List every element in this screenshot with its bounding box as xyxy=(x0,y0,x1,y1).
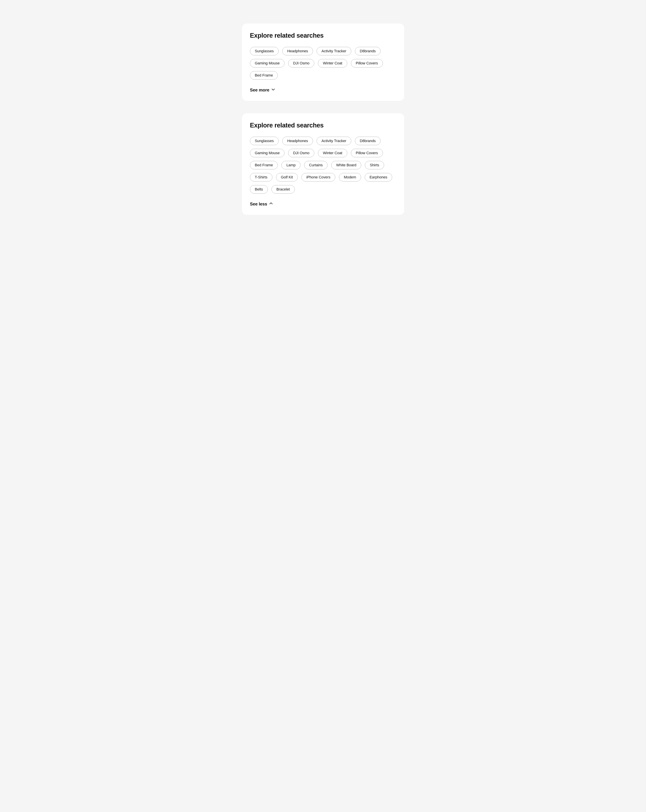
related-searches-card-collapsed: Explore related searches SunglassesHeadp… xyxy=(242,24,404,101)
search-chip[interactable]: D8brands xyxy=(355,47,381,55)
toggle-label: See less xyxy=(250,201,267,207)
card-title: Explore related searches xyxy=(250,32,396,39)
search-chip[interactable]: Sunglasses xyxy=(250,137,279,145)
search-chip[interactable]: Modem xyxy=(339,173,361,182)
search-chip[interactable]: DJI Osmo xyxy=(288,149,314,157)
search-chip[interactable]: Gaming Mouse xyxy=(250,149,285,157)
search-chip[interactable]: iPhone Covers xyxy=(302,173,335,182)
search-chip[interactable]: Earphones xyxy=(365,173,392,182)
search-chip[interactable]: D8brands xyxy=(355,137,381,145)
chip-group: SunglassesHeadphonesActivity TrackerD8br… xyxy=(250,137,396,194)
search-chip[interactable]: Winter Coat xyxy=(318,149,347,157)
search-chip[interactable]: Bracelet xyxy=(271,185,295,194)
search-chip[interactable]: Shirts xyxy=(365,161,384,169)
search-chip[interactable]: Curtains xyxy=(304,161,328,169)
search-chip[interactable]: Bed Frame xyxy=(250,161,278,169)
chip-group: SunglassesHeadphonesActivity TrackerD8br… xyxy=(250,47,396,79)
search-chip[interactable]: Activity Tracker xyxy=(317,47,351,55)
search-chip[interactable]: Bed Frame xyxy=(250,71,278,79)
search-chip[interactable]: Headphones xyxy=(282,47,313,55)
search-chip[interactable]: DJI Osmo xyxy=(288,59,314,67)
see-more-button[interactable]: See more xyxy=(250,87,276,93)
search-chip[interactable]: Sunglasses xyxy=(250,47,279,55)
search-chip[interactable]: Winter Coat xyxy=(318,59,347,67)
chevron-up-icon xyxy=(269,201,273,207)
search-chip[interactable]: Activity Tracker xyxy=(317,137,351,145)
search-chip[interactable]: Pillow Covers xyxy=(351,59,383,67)
search-chip[interactable]: White Board xyxy=(331,161,361,169)
search-chip[interactable]: Pillow Covers xyxy=(351,149,383,157)
related-searches-card-expanded: Explore related searches SunglassesHeadp… xyxy=(242,113,404,215)
search-chip[interactable]: Headphones xyxy=(282,137,313,145)
chevron-down-icon xyxy=(271,87,276,93)
search-chip[interactable]: Belts xyxy=(250,185,268,194)
search-chip[interactable]: Golf Kit xyxy=(276,173,298,182)
card-title: Explore related searches xyxy=(250,122,396,129)
search-chip[interactable]: T-Shirts xyxy=(250,173,272,182)
toggle-label: See more xyxy=(250,87,269,93)
search-chip[interactable]: Lamp xyxy=(282,161,300,169)
search-chip[interactable]: Gaming Mouse xyxy=(250,59,285,67)
see-less-button[interactable]: See less xyxy=(250,201,273,207)
